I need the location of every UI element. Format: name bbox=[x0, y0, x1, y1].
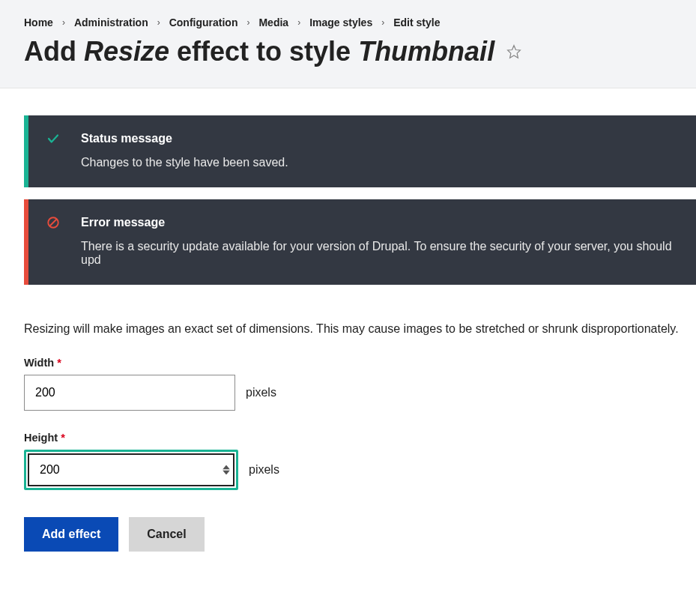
spinner-down-icon[interactable] bbox=[223, 471, 230, 475]
spinner-up-icon[interactable] bbox=[223, 465, 230, 470]
svg-marker-4 bbox=[223, 471, 230, 475]
chevron-right-icon: › bbox=[62, 17, 65, 28]
page-title: Add Resize effect to style Thumbnail bbox=[24, 36, 672, 67]
breadcrumb-home[interactable]: Home bbox=[24, 16, 53, 28]
width-input[interactable] bbox=[24, 375, 235, 411]
required-mark: * bbox=[61, 432, 65, 444]
width-form-item: Width * pixels bbox=[24, 357, 696, 411]
form-actions: Add effect Cancel bbox=[24, 517, 696, 552]
width-label-text: Width bbox=[24, 357, 54, 369]
svg-marker-3 bbox=[223, 465, 230, 470]
breadcrumb: Home › Administration › Configuration › … bbox=[24, 16, 672, 28]
title-part1: Add bbox=[24, 36, 84, 67]
height-label: Height * bbox=[24, 432, 696, 444]
chevron-right-icon: › bbox=[246, 17, 249, 28]
content-region: Status message Changes to the style have… bbox=[0, 115, 696, 582]
add-effect-button[interactable]: Add effect bbox=[24, 517, 118, 552]
breadcrumb-configuration[interactable]: Configuration bbox=[169, 16, 238, 28]
chevron-right-icon: › bbox=[381, 17, 384, 28]
height-label-text: Height bbox=[24, 432, 58, 444]
number-spinners[interactable] bbox=[223, 465, 230, 475]
header-region: Home › Administration › Configuration › … bbox=[0, 0, 696, 88]
required-mark: * bbox=[57, 357, 61, 369]
height-input-container bbox=[28, 453, 234, 486]
error-icon bbox=[46, 216, 60, 232]
svg-line-2 bbox=[50, 220, 57, 226]
breadcrumb-image-styles[interactable]: Image styles bbox=[309, 16, 372, 28]
title-part2: effect to style bbox=[169, 36, 358, 67]
width-label: Width * bbox=[24, 357, 696, 369]
width-suffix: pixels bbox=[246, 386, 276, 399]
breadcrumb-media[interactable]: Media bbox=[258, 16, 288, 28]
title-style-name: Thumbnail bbox=[358, 36, 494, 67]
error-message: Error message There is a security update… bbox=[24, 199, 696, 285]
status-body: Changes to the style have been saved. bbox=[81, 156, 675, 169]
breadcrumb-administration[interactable]: Administration bbox=[74, 16, 148, 28]
cancel-button[interactable]: Cancel bbox=[129, 517, 204, 552]
error-heading: Error message bbox=[81, 216, 675, 229]
height-focus-ring bbox=[24, 450, 238, 490]
svg-marker-0 bbox=[508, 45, 521, 58]
width-input-row: pixels bbox=[24, 375, 696, 411]
title-effect-name: Resize bbox=[84, 36, 169, 67]
height-input[interactable] bbox=[28, 453, 234, 486]
messages-area: Status message Changes to the style have… bbox=[24, 115, 696, 285]
height-input-row: pixels bbox=[24, 450, 696, 490]
chevron-right-icon: › bbox=[157, 17, 160, 28]
chevron-right-icon: › bbox=[297, 17, 300, 28]
check-icon bbox=[46, 132, 60, 148]
error-body: There is a security update available for… bbox=[81, 240, 675, 267]
height-form-item: Height * pixels bbox=[24, 432, 696, 490]
height-suffix: pixels bbox=[249, 463, 279, 477]
status-heading: Status message bbox=[81, 132, 675, 145]
status-message: Status message Changes to the style have… bbox=[24, 115, 696, 187]
form-description: Resizing will make images an exact set o… bbox=[24, 322, 696, 336]
star-icon[interactable] bbox=[506, 44, 521, 59]
breadcrumb-edit-style[interactable]: Edit style bbox=[393, 16, 440, 28]
